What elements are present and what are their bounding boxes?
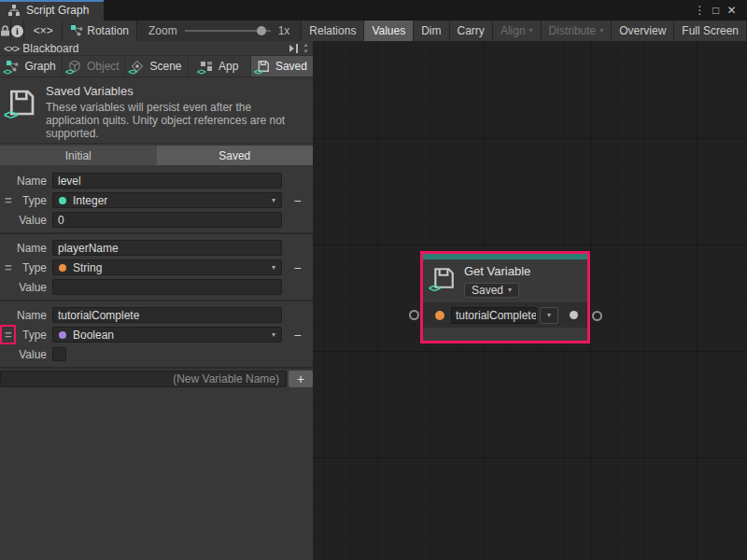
type-value: Boolean (73, 329, 114, 342)
type-row: = Type String ▾ − (0, 259, 313, 276)
zoom-label: Zoom (148, 24, 177, 37)
remove-variable-button[interactable]: − (293, 261, 301, 274)
carry-button[interactable]: Carry (450, 21, 493, 41)
type-row: = Type Boolean ▾ − (0, 326, 313, 343)
tab-app-label: App (218, 60, 238, 73)
relations-label: Relations (309, 24, 356, 37)
chevron-down-icon: ▾ (272, 197, 275, 204)
chevron-down-icon: ▾ (599, 27, 603, 35)
tab-script-graph[interactable]: Script Graph (0, 0, 104, 21)
tab-label: Script Graph (26, 4, 89, 17)
saved-variables-icon: <> (7, 88, 36, 118)
distribute-label: Distribute (549, 24, 597, 37)
value-row: Value (0, 211, 313, 229)
node-header: <> Get Variable Saved ▾ (423, 259, 587, 302)
window-menu-icon[interactable]: ⋮ (692, 4, 708, 17)
drag-handle[interactable]: = (5, 193, 12, 207)
add-variable-button[interactable]: + (289, 371, 313, 387)
dim-label: Dim (421, 24, 441, 37)
info-button[interactable]: i (11, 21, 24, 41)
saved-variables-info: <> Saved Variables These variables will … (0, 77, 313, 144)
zoom-value: 1x (278, 24, 290, 37)
rotation-button[interactable]: Rotation (63, 21, 137, 41)
variable-name-input[interactable] (52, 173, 282, 189)
overview-button[interactable]: Overview (612, 21, 674, 41)
app-variables-icon: <> (200, 60, 214, 73)
scroll-up-icon[interactable]: ▲ (303, 42, 309, 49)
tab-scene[interactable]: <> Scene (125, 56, 188, 77)
type-value: String (73, 261, 102, 274)
variable-name-input[interactable] (52, 240, 282, 256)
lock-button[interactable] (0, 21, 11, 41)
node-body: tutorialComplete ▾ (423, 302, 587, 328)
values-button[interactable]: Values (364, 21, 414, 41)
scroll-down-icon[interactable]: ▼ (303, 49, 309, 55)
variable-type-dropdown[interactable]: Boolean ▾ (52, 327, 282, 343)
lock-icon (0, 25, 10, 36)
variable-picker-button[interactable]: ▾ (540, 307, 558, 324)
saved-variables-icon: <> (257, 60, 271, 73)
drag-handle[interactable]: = (5, 260, 12, 274)
value-output-port[interactable] (570, 311, 578, 319)
get-variable-node[interactable]: <> Get Variable Saved ▾ tutorialComplete… (420, 251, 590, 343)
fullscreen-button[interactable]: Full Screen (674, 21, 747, 41)
new-variable-input[interactable] (0, 371, 287, 387)
type-color-dot (59, 331, 66, 339)
tab-app[interactable]: <> App (189, 56, 251, 77)
output-connection-port[interactable] (592, 311, 602, 321)
tab-initial[interactable]: Initial (0, 146, 157, 165)
fullscreen-label: Full Screen (682, 24, 739, 37)
zoom-control: Zoom 1x (137, 21, 302, 41)
tab-scene-label: Scene (149, 60, 181, 73)
remove-variable-button[interactable]: − (293, 329, 301, 342)
drag-handle[interactable]: = (5, 328, 12, 342)
graph-canvas[interactable]: <> Get Variable Saved ▾ tutorialComplete… (313, 41, 747, 560)
carry-label: Carry (458, 24, 485, 37)
object-variables-icon: <> (68, 60, 82, 73)
visual-scripting-button[interactable]: <×> (24, 21, 63, 41)
variable-name-field[interactable]: tutorialComplete (451, 307, 537, 324)
variable-kind-dropdown[interactable]: Saved ▾ (464, 283, 519, 298)
type-color-dot (59, 264, 66, 272)
name-row: Name (0, 172, 313, 189)
boolean-value-checkbox[interactable] (52, 347, 66, 361)
variable-type-dropdown[interactable]: String ▾ (52, 259, 282, 275)
dim-button[interactable]: Dim (414, 21, 449, 41)
tab-saved-values[interactable]: Saved (157, 146, 314, 165)
graph-variables-icon: <> (6, 60, 20, 73)
overview-label: Overview (619, 24, 666, 37)
zoom-slider-thumb[interactable] (257, 26, 266, 35)
variable-value-input[interactable] (52, 212, 282, 228)
close-icon[interactable]: ✕ (724, 4, 740, 17)
panel-scroll-arrows[interactable]: ▲ ▼ (300, 42, 312, 55)
tab-object[interactable]: <> Object (63, 56, 125, 77)
toolbar: i <×> Rotation Zoom 1x Relations Values … (0, 21, 747, 41)
chevron-down-icon: ▾ (272, 331, 275, 339)
dock-panel-icon (288, 44, 300, 53)
dock-panel-button[interactable] (288, 44, 300, 53)
value-row: Value (0, 345, 313, 363)
remove-variable-button[interactable]: − (293, 194, 301, 207)
tab-saved[interactable]: <> Saved (251, 56, 313, 77)
variable-scope-tabs: <> Graph <> Object <> Scene (0, 56, 313, 77)
input-connection-port[interactable] (409, 310, 419, 320)
align-button[interactable]: Align▾ (493, 21, 542, 41)
variable-kind-value: Saved (472, 284, 503, 297)
distribute-button[interactable]: Distribute▾ (542, 21, 613, 41)
variable-name-port[interactable] (435, 311, 444, 320)
variable-type-dropdown[interactable]: Integer ▾ (52, 192, 282, 208)
blackboard-header: <×> Blackboard ▲ ▼ (0, 41, 313, 56)
titlebar: Script Graph ⋮ □ ✕ (0, 0, 747, 21)
zoom-slider[interactable] (185, 21, 271, 41)
info-text: Saved Variables These variables will per… (46, 84, 290, 137)
script-graph-icon (7, 4, 21, 17)
tab-graph[interactable]: <> Graph (0, 56, 63, 77)
node-footer (423, 328, 587, 341)
chevron-down-icon: ▾ (547, 312, 551, 319)
value-label: Value (0, 281, 52, 294)
variable-name-input[interactable] (52, 307, 282, 323)
variable-value-input[interactable] (52, 279, 282, 295)
maximize-icon[interactable]: □ (708, 4, 724, 17)
info-icon: i (11, 25, 23, 37)
relations-button[interactable]: Relations (302, 21, 364, 41)
